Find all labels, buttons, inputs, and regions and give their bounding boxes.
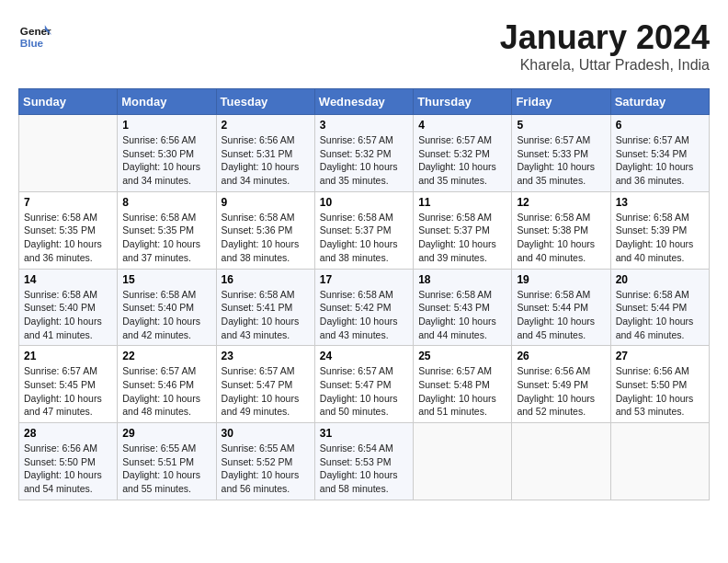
header-day-saturday: Saturday <box>610 89 709 115</box>
day-info: Sunrise: 6:57 AM Sunset: 5:45 PM Dayligh… <box>24 364 112 419</box>
calendar-title: January 2024 <box>500 18 710 57</box>
calendar-cell: 1Sunrise: 6:56 AM Sunset: 5:30 PM Daylig… <box>118 115 216 192</box>
day-number: 23 <box>222 350 310 362</box>
day-info: Sunrise: 6:57 AM Sunset: 5:34 PM Dayligh… <box>616 133 704 188</box>
calendar-cell: 12Sunrise: 6:58 AM Sunset: 5:38 PM Dayli… <box>512 191 610 269</box>
day-info: Sunrise: 6:57 AM Sunset: 5:48 PM Dayligh… <box>418 364 506 419</box>
day-info: Sunrise: 6:58 AM Sunset: 5:36 PM Dayligh… <box>222 211 310 265</box>
day-number: 7 <box>24 196 112 209</box>
day-info: Sunrise: 6:58 AM Sunset: 5:42 PM Dayligh… <box>320 288 408 342</box>
day-number: 30 <box>222 427 310 440</box>
day-info: Sunrise: 6:57 AM Sunset: 5:46 PM Dayligh… <box>122 364 210 419</box>
day-info: Sunrise: 6:56 AM Sunset: 5:31 PM Dayligh… <box>222 133 310 188</box>
calendar-cell: 27Sunrise: 6:56 AM Sunset: 5:50 PM Dayli… <box>610 346 709 423</box>
calendar-cell: 7Sunrise: 6:58 AM Sunset: 5:35 PM Daylig… <box>19 191 118 269</box>
week-row-4: 21Sunrise: 6:57 AM Sunset: 5:45 PM Dayli… <box>19 346 710 423</box>
day-info: Sunrise: 6:57 AM Sunset: 5:32 PM Dayligh… <box>320 133 408 188</box>
day-info: Sunrise: 6:58 AM Sunset: 5:41 PM Dayligh… <box>222 288 310 342</box>
day-info: Sunrise: 6:58 AM Sunset: 5:44 PM Dayligh… <box>517 288 605 342</box>
calendar-cell: 14Sunrise: 6:58 AM Sunset: 5:40 PM Dayli… <box>19 269 118 346</box>
calendar-cell: 21Sunrise: 6:57 AM Sunset: 5:45 PM Dayli… <box>19 346 118 423</box>
page-header: General Blue January 2024 Kharela, Uttar… <box>18 18 710 74</box>
day-info: Sunrise: 6:58 AM Sunset: 5:40 PM Dayligh… <box>122 288 210 342</box>
day-info: Sunrise: 6:56 AM Sunset: 5:50 PM Dayligh… <box>24 442 112 496</box>
calendar-cell: 8Sunrise: 6:58 AM Sunset: 5:35 PM Daylig… <box>118 191 216 269</box>
day-info: Sunrise: 6:58 AM Sunset: 5:43 PM Dayligh… <box>418 288 506 342</box>
day-number: 22 <box>122 350 210 362</box>
calendar-table: SundayMondayTuesdayWednesdayThursdayFrid… <box>18 88 710 500</box>
day-info: Sunrise: 6:58 AM Sunset: 5:37 PM Dayligh… <box>418 211 506 265</box>
day-number: 2 <box>222 119 310 132</box>
calendar-cell: 18Sunrise: 6:58 AM Sunset: 5:43 PM Dayli… <box>414 269 512 346</box>
week-row-1: 1Sunrise: 6:56 AM Sunset: 5:30 PM Daylig… <box>19 115 710 192</box>
week-row-5: 28Sunrise: 6:56 AM Sunset: 5:50 PM Dayli… <box>19 423 710 500</box>
title-block: January 2024 Kharela, Uttar Pradesh, Ind… <box>500 18 710 74</box>
day-number: 13 <box>616 196 704 209</box>
day-number: 17 <box>320 273 408 286</box>
calendar-cell: 25Sunrise: 6:57 AM Sunset: 5:48 PM Dayli… <box>414 346 512 423</box>
logo: General Blue <box>18 18 55 52</box>
day-info: Sunrise: 6:58 AM Sunset: 5:39 PM Dayligh… <box>616 211 704 265</box>
calendar-cell: 24Sunrise: 6:57 AM Sunset: 5:47 PM Dayli… <box>314 346 413 423</box>
day-info: Sunrise: 6:58 AM Sunset: 5:44 PM Dayligh… <box>616 288 704 342</box>
day-number: 8 <box>122 196 210 209</box>
calendar-cell: 9Sunrise: 6:58 AM Sunset: 5:36 PM Daylig… <box>216 191 314 269</box>
day-number: 14 <box>24 273 112 286</box>
calendar-cell: 19Sunrise: 6:58 AM Sunset: 5:44 PM Dayli… <box>512 269 610 346</box>
header-row: SundayMondayTuesdayWednesdayThursdayFrid… <box>19 89 710 115</box>
calendar-cell: 26Sunrise: 6:56 AM Sunset: 5:49 PM Dayli… <box>512 346 610 423</box>
header-day-sunday: Sunday <box>19 89 118 115</box>
day-info: Sunrise: 6:56 AM Sunset: 5:49 PM Dayligh… <box>517 364 605 419</box>
calendar-cell: 2Sunrise: 6:56 AM Sunset: 5:31 PM Daylig… <box>216 115 314 192</box>
day-number: 1 <box>122 119 210 132</box>
day-number: 6 <box>616 119 704 132</box>
day-number: 24 <box>320 350 408 362</box>
calendar-cell: 5Sunrise: 6:57 AM Sunset: 5:33 PM Daylig… <box>512 115 610 192</box>
day-info: Sunrise: 6:56 AM Sunset: 5:30 PM Dayligh… <box>122 133 210 188</box>
day-info: Sunrise: 6:55 AM Sunset: 5:51 PM Dayligh… <box>122 442 210 496</box>
day-number: 21 <box>24 350 112 362</box>
day-number: 15 <box>122 273 210 286</box>
day-number: 12 <box>517 196 605 209</box>
calendar-cell: 3Sunrise: 6:57 AM Sunset: 5:32 PM Daylig… <box>314 115 413 192</box>
calendar-cell: 28Sunrise: 6:56 AM Sunset: 5:50 PM Dayli… <box>19 423 118 500</box>
calendar-subtitle: Kharela, Uttar Pradesh, India <box>500 57 710 74</box>
header-day-tuesday: Tuesday <box>216 89 314 115</box>
calendar-cell <box>610 423 709 500</box>
calendar-cell: 15Sunrise: 6:58 AM Sunset: 5:40 PM Dayli… <box>118 269 216 346</box>
day-number: 20 <box>616 273 704 286</box>
calendar-cell: 11Sunrise: 6:58 AM Sunset: 5:37 PM Dayli… <box>414 191 512 269</box>
day-number: 10 <box>320 196 408 209</box>
calendar-cell: 16Sunrise: 6:58 AM Sunset: 5:41 PM Dayli… <box>216 269 314 346</box>
calendar-cell: 20Sunrise: 6:58 AM Sunset: 5:44 PM Dayli… <box>610 269 709 346</box>
day-number: 28 <box>24 427 112 440</box>
calendar-cell: 23Sunrise: 6:57 AM Sunset: 5:47 PM Dayli… <box>216 346 314 423</box>
day-number: 31 <box>320 427 408 440</box>
logo-icon: General Blue <box>18 18 51 52</box>
day-number: 16 <box>222 273 310 286</box>
day-info: Sunrise: 6:55 AM Sunset: 5:52 PM Dayligh… <box>222 442 310 496</box>
header-day-friday: Friday <box>512 89 610 115</box>
calendar-cell: 17Sunrise: 6:58 AM Sunset: 5:42 PM Dayli… <box>314 269 413 346</box>
day-number: 5 <box>517 119 605 132</box>
calendar-cell: 31Sunrise: 6:54 AM Sunset: 5:53 PM Dayli… <box>314 423 413 500</box>
calendar-cell <box>414 423 512 500</box>
calendar-cell: 10Sunrise: 6:58 AM Sunset: 5:37 PM Dayli… <box>314 191 413 269</box>
header-day-wednesday: Wednesday <box>314 89 413 115</box>
calendar-cell: 6Sunrise: 6:57 AM Sunset: 5:34 PM Daylig… <box>610 115 709 192</box>
calendar-cell: 30Sunrise: 6:55 AM Sunset: 5:52 PM Dayli… <box>216 423 314 500</box>
svg-text:Blue: Blue <box>20 37 44 49</box>
day-info: Sunrise: 6:58 AM Sunset: 5:35 PM Dayligh… <box>122 211 210 265</box>
day-number: 19 <box>517 273 605 286</box>
calendar-cell: 29Sunrise: 6:55 AM Sunset: 5:51 PM Dayli… <box>118 423 216 500</box>
day-number: 27 <box>616 350 704 362</box>
day-number: 26 <box>517 350 605 362</box>
day-info: Sunrise: 6:58 AM Sunset: 5:40 PM Dayligh… <box>24 288 112 342</box>
day-number: 4 <box>418 119 506 132</box>
week-row-2: 7Sunrise: 6:58 AM Sunset: 5:35 PM Daylig… <box>19 191 710 269</box>
calendar-cell: 22Sunrise: 6:57 AM Sunset: 5:46 PM Dayli… <box>118 346 216 423</box>
day-number: 18 <box>418 273 506 286</box>
day-info: Sunrise: 6:54 AM Sunset: 5:53 PM Dayligh… <box>320 442 408 496</box>
calendar-cell: 4Sunrise: 6:57 AM Sunset: 5:32 PM Daylig… <box>414 115 512 192</box>
day-number: 25 <box>418 350 506 362</box>
